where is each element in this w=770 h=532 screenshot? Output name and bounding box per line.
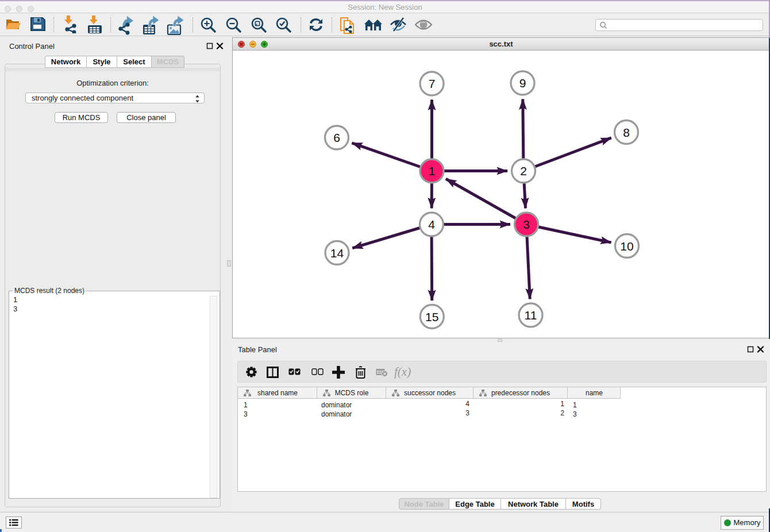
svg-text:11: 11 bbox=[525, 309, 537, 322]
svg-text:7: 7 bbox=[429, 77, 436, 90]
svg-text:4: 4 bbox=[428, 218, 435, 231]
svg-text:8: 8 bbox=[623, 126, 630, 139]
svg-text:2: 2 bbox=[520, 164, 527, 178]
svg-text:14: 14 bbox=[330, 246, 344, 260]
svg-text:1: 1 bbox=[429, 164, 436, 178]
svg-text:15: 15 bbox=[425, 310, 438, 323]
svg-text:10: 10 bbox=[620, 240, 633, 253]
svg-text:3: 3 bbox=[523, 218, 530, 231]
svg-text:6: 6 bbox=[333, 131, 340, 144]
svg-text:9: 9 bbox=[519, 76, 526, 90]
